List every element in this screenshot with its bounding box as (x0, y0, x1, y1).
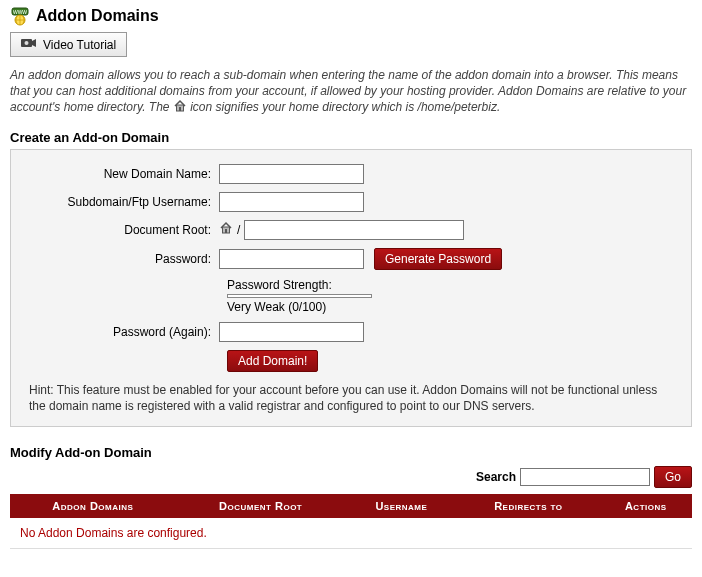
generate-password-button[interactable]: Generate Password (374, 248, 502, 270)
add-domain-button[interactable]: Add Domain! (227, 350, 318, 372)
new-domain-label: New Domain Name: (29, 167, 219, 181)
col-actions[interactable]: Actions (599, 494, 692, 518)
col-username[interactable]: Username (346, 494, 458, 518)
password-strength-label: Password Strength: (227, 278, 673, 292)
subdomain-input[interactable] (219, 192, 364, 212)
empty-message: No Addon Domains are configured. (10, 518, 692, 549)
video-tutorial-button[interactable]: Video Tutorial (10, 32, 127, 57)
home-icon (219, 221, 233, 238)
docroot-prefix: / (237, 223, 240, 237)
password-input[interactable] (219, 249, 364, 269)
password-again-label: Password (Again): (29, 325, 219, 339)
svg-rect-6 (179, 107, 181, 111)
modify-section-title: Modify Add-on Domain (10, 445, 692, 460)
subdomain-label: Subdomain/Ftp Username: (29, 195, 219, 209)
go-button[interactable]: Go (654, 466, 692, 488)
password-strength-bar (227, 294, 372, 298)
home-icon (173, 99, 187, 117)
col-docroot[interactable]: Document Root (176, 494, 346, 518)
svg-text:WWW: WWW (13, 9, 27, 15)
create-section-title: Create an Add-on Domain (10, 130, 692, 145)
video-tutorial-label: Video Tutorial (43, 38, 116, 52)
addon-domains-table: Addon Domains Document Root Username Red… (10, 494, 692, 549)
addon-domains-icon: WWW (10, 6, 30, 26)
table-row: No Addon Domains are configured. (10, 518, 692, 549)
docroot-input[interactable] (244, 220, 464, 240)
svg-rect-8 (225, 229, 227, 233)
new-domain-input[interactable] (219, 164, 364, 184)
password-strength-value: Very Weak (0/100) (227, 300, 673, 314)
create-hint: Hint: This feature must be enabled for y… (29, 382, 673, 414)
svg-point-4 (25, 41, 29, 45)
password-label: Password: (29, 252, 219, 266)
intro-text: An addon domain allows you to reach a su… (10, 67, 692, 118)
create-form: New Domain Name: Subdomain/Ftp Username:… (10, 149, 692, 427)
search-label: Search (476, 470, 516, 484)
docroot-label: Document Root: (29, 223, 219, 237)
page-title: Addon Domains (36, 7, 159, 25)
col-redirects[interactable]: Redirects to (457, 494, 599, 518)
camera-icon (21, 37, 37, 52)
col-addon[interactable]: Addon Domains (10, 494, 176, 518)
password-again-input[interactable] (219, 322, 364, 342)
search-input[interactable] (520, 468, 650, 486)
